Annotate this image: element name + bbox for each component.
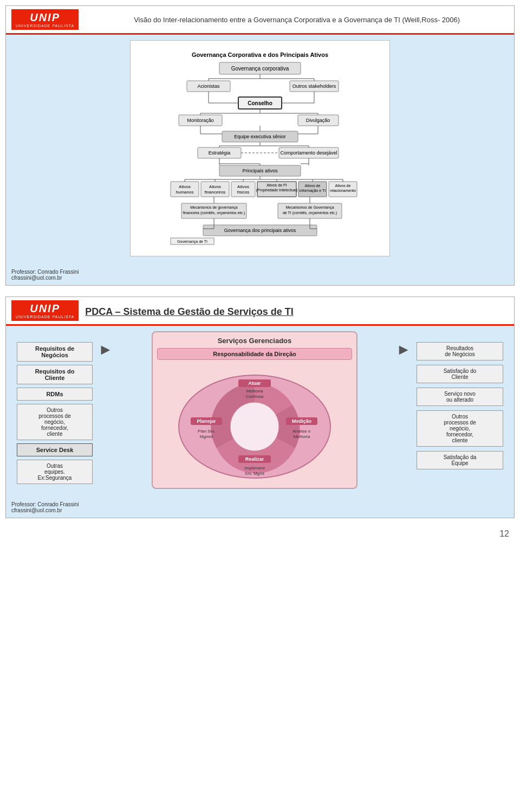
page-wrapper: UNIP UNIVERSIDADE PAULISTA Visão do Inte…: [0, 5, 520, 560]
svg-text:Ativos: Ativos: [179, 184, 191, 189]
slide-1: UNIP UNIVERSIDADE PAULISTA Visão do Inte…: [5, 5, 515, 286]
slide-1-email: cfrassini@uol.com.br: [11, 275, 509, 281]
svg-text:Governança dos principais ativ: Governança dos principais ativos: [224, 228, 296, 233]
left-arrow-connector: ►: [98, 331, 113, 357]
svg-text:Ativos: Ativos: [209, 184, 221, 189]
arrow-right-2-icon: ►: [396, 342, 411, 357]
direction-box: Responsabilidade da Direção: [157, 348, 352, 360]
managed-services-title: Serviços Gerenciados: [157, 337, 352, 345]
left-item-5: Outrasequipes.Ex:Segurança: [17, 460, 93, 484]
svg-text:Monitoração: Monitoração: [187, 118, 214, 123]
svg-text:Conselho: Conselho: [248, 100, 272, 106]
slide-2-professor: Professor: Conrado Frassini: [11, 501, 509, 507]
right-item-1: Satisfação doCliente: [417, 365, 503, 383]
logo-2-sub: UNIVERSIDADE PAULISTA: [16, 315, 74, 319]
right-item-4: Satisfação daEquipe: [417, 451, 503, 469]
svg-text:Implement: Implement: [244, 466, 265, 471]
svg-text:físicos: físicos: [237, 190, 250, 195]
svg-text:Melhoria: Melhoria: [294, 434, 310, 439]
svg-text:Srv. Mgmt: Srv. Mgmt: [245, 471, 265, 476]
left-item-1: Requisitos doCliente: [17, 365, 93, 384]
slide-2-title: PDCA – Sistema de Gestão de Serviços de …: [85, 301, 293, 321]
left-item-2: RDMs: [17, 388, 93, 401]
logo-2-unip: UNIP: [30, 302, 60, 315]
right-item-3: Outrosprocessos denegócio,fornecedor,cli…: [417, 410, 503, 447]
svg-text:Ativos: Ativos: [237, 184, 249, 189]
svg-text:relacionamento: relacionamento: [330, 189, 356, 192]
slide-2-header: UNIP UNIVERSIDADE PAULISTA PDCA – Sistem…: [6, 297, 514, 326]
managed-services-box: Serviços Gerenciados Responsabilidade da…: [152, 331, 358, 489]
slide-1-title: Visão do Inter-relacionamento entre a Go…: [85, 16, 509, 24]
left-item-3: Outrosprocessos denegócio,fornecedor,cli…: [17, 404, 93, 440]
slide-1-professor: Professor: Conrado Frassini: [11, 269, 509, 275]
svg-text:Planejar: Planejar: [197, 418, 216, 424]
logo-1: UNIP UNIVERSIDADE PAULISTA: [11, 9, 79, 30]
svg-text:financeira (comitês, orçamento: financeira (comitês, orçamentos etc.): [183, 211, 245, 215]
gov-diagram-box: Governança Corporativa e dos Principais …: [130, 40, 390, 256]
page-number: 12: [0, 524, 520, 544]
svg-text:Ativos de PI: Ativos de PI: [266, 183, 287, 187]
slide-2: UNIP UNIVERSIDADE PAULISTA PDCA – Sistem…: [5, 297, 515, 518]
svg-text:(Propriedade Intelectual): (Propriedade Intelectual): [256, 188, 298, 192]
slide-2-body: Requisitos deNegócios Requisitos doClien…: [6, 326, 514, 497]
svg-text:Análise e: Análise e: [293, 429, 311, 434]
arrow-right-icon: ►: [98, 342, 113, 357]
pdca-container: Atuar Melhoria Contínua Planejar Plan Sr…: [157, 364, 352, 484]
pdca-svg: Atuar Melhoria Contínua Planejar Plan Sr…: [162, 364, 347, 484]
svg-text:Comportamento desejável: Comportamento desejável: [280, 150, 337, 156]
center-column: Serviços Gerenciados Responsabilidade da…: [119, 331, 391, 489]
svg-text:Outros stakeholders: Outros stakeholders: [292, 83, 336, 89]
svg-text:Principais ativos: Principais ativos: [242, 168, 278, 173]
svg-text:Governança de TI: Governança de TI: [177, 240, 207, 244]
svg-text:informação e TI: informação e TI: [300, 189, 326, 193]
slide-1-content: Governança Corporativa e dos Principais …: [6, 35, 514, 265]
svg-text:Medição: Medição: [292, 418, 312, 424]
left-column: Requisitos deNegócios Requisitos doClien…: [17, 331, 93, 484]
left-item-0: Requisitos deNegócios: [17, 342, 93, 362]
svg-text:Mgmnt: Mgmnt: [200, 434, 213, 439]
right-item-2: Serviço novoou alterado: [417, 388, 503, 406]
svg-text:Equipe executiva sênior: Equipe executiva sênior: [234, 134, 286, 139]
svg-text:Melhoria: Melhoria: [246, 389, 263, 394]
svg-text:Realizar: Realizar: [245, 456, 264, 462]
slide-1-footer: Professor: Conrado Frassini cfrassini@uo…: [6, 265, 514, 285]
left-item-service-desk: Service Desk: [17, 443, 93, 456]
svg-text:Mecanismos de Governança: Mecanismos de Governança: [285, 205, 334, 210]
svg-text:Atuar: Atuar: [248, 381, 261, 386]
svg-text:humanos: humanos: [176, 190, 194, 195]
svg-text:Mecanismos de governança: Mecanismos de governança: [190, 205, 238, 210]
right-arrow-connector: ►: [396, 331, 411, 357]
svg-text:Ativos de: Ativos de: [305, 184, 321, 188]
svg-text:Ativos de: Ativos de: [335, 184, 351, 188]
svg-text:financeiros: financeiros: [205, 190, 226, 195]
svg-text:Estratégia: Estratégia: [209, 150, 231, 156]
slide-2-email: cfrassini@uol.com.br: [11, 507, 509, 513]
slide-2-footer: Professor: Conrado Frassini cfrassini@uo…: [6, 497, 514, 518]
svg-text:Divulgação: Divulgação: [306, 118, 330, 123]
slide-1-header: UNIP UNIVERSIDADE PAULISTA Visão do Inte…: [6, 6, 514, 35]
gov-diagram-svg: Governança Corporativa e dos Principais …: [137, 47, 383, 248]
logo-sub-text: UNIVERSIDADE PAULISTA: [16, 24, 74, 28]
right-item-0: Resultadosde Negócios: [417, 342, 503, 360]
svg-text:Acionistas: Acionistas: [197, 83, 220, 89]
svg-text:Governança corporativa: Governança corporativa: [231, 66, 289, 72]
svg-text:de TI (comitês, orçamentos etc: de TI (comitês, orçamentos etc.): [283, 211, 337, 215]
right-column: Resultadosde Negócios Satisfação doClien…: [417, 331, 503, 469]
svg-text:Plan Srv.: Plan Srv.: [198, 429, 215, 434]
logo-2: UNIP UNIVERSIDADE PAULISTA: [11, 300, 79, 321]
svg-point-95: [230, 402, 279, 451]
svg-text:Contínua: Contínua: [246, 394, 264, 399]
svg-text:Governança Corporativa e dos P: Governança Corporativa e dos Principais …: [192, 51, 328, 58]
logo-unip-text: UNIP: [30, 11, 60, 24]
